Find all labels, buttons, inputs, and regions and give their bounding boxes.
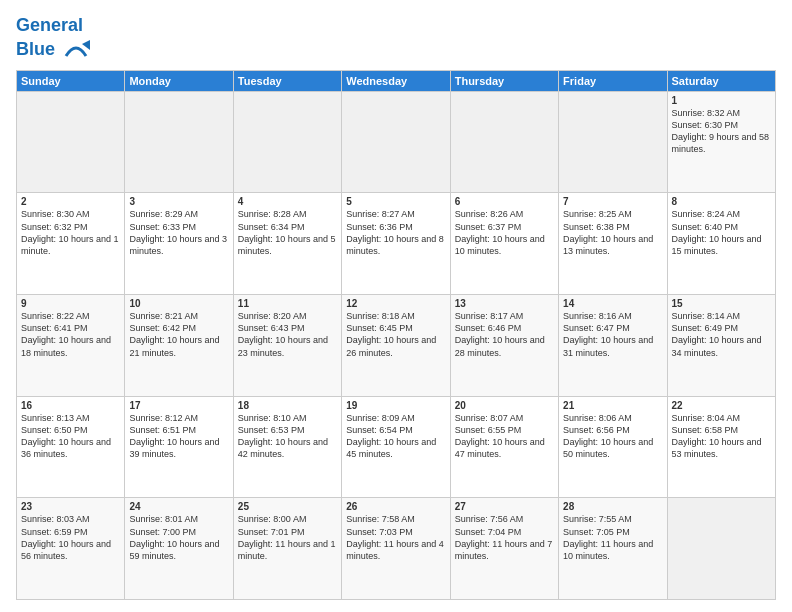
- calendar-week-row: 2Sunrise: 8:30 AM Sunset: 6:32 PM Daylig…: [17, 193, 776, 295]
- weekday-header: Tuesday: [233, 70, 341, 91]
- day-number: 16: [21, 400, 120, 411]
- calendar-cell: 14Sunrise: 8:16 AM Sunset: 6:47 PM Dayli…: [559, 295, 667, 397]
- calendar-cell: 28Sunrise: 7:55 AM Sunset: 7:05 PM Dayli…: [559, 498, 667, 600]
- logo-text: General: [16, 16, 90, 36]
- calendar-cell: 23Sunrise: 8:03 AM Sunset: 6:59 PM Dayli…: [17, 498, 125, 600]
- day-info: Sunrise: 8:18 AM Sunset: 6:45 PM Dayligh…: [346, 310, 445, 359]
- calendar-cell: 3Sunrise: 8:29 AM Sunset: 6:33 PM Daylig…: [125, 193, 233, 295]
- weekday-header: Wednesday: [342, 70, 450, 91]
- weekday-header-row: SundayMondayTuesdayWednesdayThursdayFrid…: [17, 70, 776, 91]
- weekday-header: Friday: [559, 70, 667, 91]
- day-number: 21: [563, 400, 662, 411]
- day-number: 8: [672, 196, 771, 207]
- day-info: Sunrise: 8:28 AM Sunset: 6:34 PM Dayligh…: [238, 208, 337, 257]
- day-info: Sunrise: 8:26 AM Sunset: 6:37 PM Dayligh…: [455, 208, 554, 257]
- weekday-header: Thursday: [450, 70, 558, 91]
- weekday-header: Saturday: [667, 70, 775, 91]
- calendar-week-row: 9Sunrise: 8:22 AM Sunset: 6:41 PM Daylig…: [17, 295, 776, 397]
- day-number: 25: [238, 501, 337, 512]
- day-number: 6: [455, 196, 554, 207]
- calendar-cell: 20Sunrise: 8:07 AM Sunset: 6:55 PM Dayli…: [450, 396, 558, 498]
- day-info: Sunrise: 8:00 AM Sunset: 7:01 PM Dayligh…: [238, 513, 337, 562]
- calendar-cell: 8Sunrise: 8:24 AM Sunset: 6:40 PM Daylig…: [667, 193, 775, 295]
- day-number: 24: [129, 501, 228, 512]
- day-number: 14: [563, 298, 662, 309]
- calendar-cell: 26Sunrise: 7:58 AM Sunset: 7:03 PM Dayli…: [342, 498, 450, 600]
- calendar-cell: 1Sunrise: 8:32 AM Sunset: 6:30 PM Daylig…: [667, 91, 775, 193]
- calendar-cell: [667, 498, 775, 600]
- day-info: Sunrise: 8:30 AM Sunset: 6:32 PM Dayligh…: [21, 208, 120, 257]
- day-number: 19: [346, 400, 445, 411]
- day-info: Sunrise: 7:58 AM Sunset: 7:03 PM Dayligh…: [346, 513, 445, 562]
- calendar-cell: [233, 91, 341, 193]
- day-number: 10: [129, 298, 228, 309]
- day-number: 12: [346, 298, 445, 309]
- calendar-cell: 27Sunrise: 7:56 AM Sunset: 7:04 PM Dayli…: [450, 498, 558, 600]
- calendar-cell: 11Sunrise: 8:20 AM Sunset: 6:43 PM Dayli…: [233, 295, 341, 397]
- calendar-cell: 4Sunrise: 8:28 AM Sunset: 6:34 PM Daylig…: [233, 193, 341, 295]
- day-number: 9: [21, 298, 120, 309]
- day-info: Sunrise: 7:56 AM Sunset: 7:04 PM Dayligh…: [455, 513, 554, 562]
- day-info: Sunrise: 8:20 AM Sunset: 6:43 PM Dayligh…: [238, 310, 337, 359]
- calendar-cell: [17, 91, 125, 193]
- calendar-week-row: 23Sunrise: 8:03 AM Sunset: 6:59 PM Dayli…: [17, 498, 776, 600]
- day-info: Sunrise: 8:27 AM Sunset: 6:36 PM Dayligh…: [346, 208, 445, 257]
- calendar-cell: 15Sunrise: 8:14 AM Sunset: 6:49 PM Dayli…: [667, 295, 775, 397]
- day-info: Sunrise: 8:32 AM Sunset: 6:30 PM Dayligh…: [672, 107, 771, 156]
- page: General Blue SundayMondayTuesdayWednesda…: [0, 0, 792, 612]
- day-info: Sunrise: 8:22 AM Sunset: 6:41 PM Dayligh…: [21, 310, 120, 359]
- calendar-cell: 18Sunrise: 8:10 AM Sunset: 6:53 PM Dayli…: [233, 396, 341, 498]
- day-info: Sunrise: 8:06 AM Sunset: 6:56 PM Dayligh…: [563, 412, 662, 461]
- day-info: Sunrise: 8:13 AM Sunset: 6:50 PM Dayligh…: [21, 412, 120, 461]
- header: General Blue: [16, 12, 776, 64]
- day-number: 5: [346, 196, 445, 207]
- calendar-table: SundayMondayTuesdayWednesdayThursdayFrid…: [16, 70, 776, 600]
- calendar-cell: 25Sunrise: 8:00 AM Sunset: 7:01 PM Dayli…: [233, 498, 341, 600]
- day-info: Sunrise: 8:04 AM Sunset: 6:58 PM Dayligh…: [672, 412, 771, 461]
- day-number: 28: [563, 501, 662, 512]
- calendar-week-row: 16Sunrise: 8:13 AM Sunset: 6:50 PM Dayli…: [17, 396, 776, 498]
- logo-text2: Blue: [16, 36, 90, 64]
- day-number: 23: [21, 501, 120, 512]
- logo: General Blue: [16, 16, 90, 64]
- day-info: Sunrise: 8:01 AM Sunset: 7:00 PM Dayligh…: [129, 513, 228, 562]
- day-number: 7: [563, 196, 662, 207]
- calendar-cell: 17Sunrise: 8:12 AM Sunset: 6:51 PM Dayli…: [125, 396, 233, 498]
- day-info: Sunrise: 8:25 AM Sunset: 6:38 PM Dayligh…: [563, 208, 662, 257]
- day-number: 4: [238, 196, 337, 207]
- calendar-cell: 7Sunrise: 8:25 AM Sunset: 6:38 PM Daylig…: [559, 193, 667, 295]
- day-info: Sunrise: 8:10 AM Sunset: 6:53 PM Dayligh…: [238, 412, 337, 461]
- day-info: Sunrise: 8:24 AM Sunset: 6:40 PM Dayligh…: [672, 208, 771, 257]
- calendar-cell: 24Sunrise: 8:01 AM Sunset: 7:00 PM Dayli…: [125, 498, 233, 600]
- weekday-header: Monday: [125, 70, 233, 91]
- day-number: 11: [238, 298, 337, 309]
- day-info: Sunrise: 8:03 AM Sunset: 6:59 PM Dayligh…: [21, 513, 120, 562]
- calendar-cell: 19Sunrise: 8:09 AM Sunset: 6:54 PM Dayli…: [342, 396, 450, 498]
- day-number: 17: [129, 400, 228, 411]
- day-info: Sunrise: 8:21 AM Sunset: 6:42 PM Dayligh…: [129, 310, 228, 359]
- day-number: 18: [238, 400, 337, 411]
- day-info: Sunrise: 7:55 AM Sunset: 7:05 PM Dayligh…: [563, 513, 662, 562]
- day-number: 3: [129, 196, 228, 207]
- day-number: 26: [346, 501, 445, 512]
- calendar-cell: [342, 91, 450, 193]
- day-info: Sunrise: 8:12 AM Sunset: 6:51 PM Dayligh…: [129, 412, 228, 461]
- calendar-week-row: 1Sunrise: 8:32 AM Sunset: 6:30 PM Daylig…: [17, 91, 776, 193]
- day-info: Sunrise: 8:17 AM Sunset: 6:46 PM Dayligh…: [455, 310, 554, 359]
- calendar-cell: 12Sunrise: 8:18 AM Sunset: 6:45 PM Dayli…: [342, 295, 450, 397]
- calendar-cell: 10Sunrise: 8:21 AM Sunset: 6:42 PM Dayli…: [125, 295, 233, 397]
- calendar-cell: 5Sunrise: 8:27 AM Sunset: 6:36 PM Daylig…: [342, 193, 450, 295]
- day-info: Sunrise: 8:14 AM Sunset: 6:49 PM Dayligh…: [672, 310, 771, 359]
- day-number: 20: [455, 400, 554, 411]
- calendar-cell: 21Sunrise: 8:06 AM Sunset: 6:56 PM Dayli…: [559, 396, 667, 498]
- calendar-cell: [450, 91, 558, 193]
- calendar-cell: 6Sunrise: 8:26 AM Sunset: 6:37 PM Daylig…: [450, 193, 558, 295]
- day-number: 27: [455, 501, 554, 512]
- day-number: 1: [672, 95, 771, 106]
- day-info: Sunrise: 8:07 AM Sunset: 6:55 PM Dayligh…: [455, 412, 554, 461]
- svg-marker-0: [82, 40, 90, 50]
- day-number: 15: [672, 298, 771, 309]
- day-info: Sunrise: 8:29 AM Sunset: 6:33 PM Dayligh…: [129, 208, 228, 257]
- calendar-cell: 16Sunrise: 8:13 AM Sunset: 6:50 PM Dayli…: [17, 396, 125, 498]
- calendar-cell: 22Sunrise: 8:04 AM Sunset: 6:58 PM Dayli…: [667, 396, 775, 498]
